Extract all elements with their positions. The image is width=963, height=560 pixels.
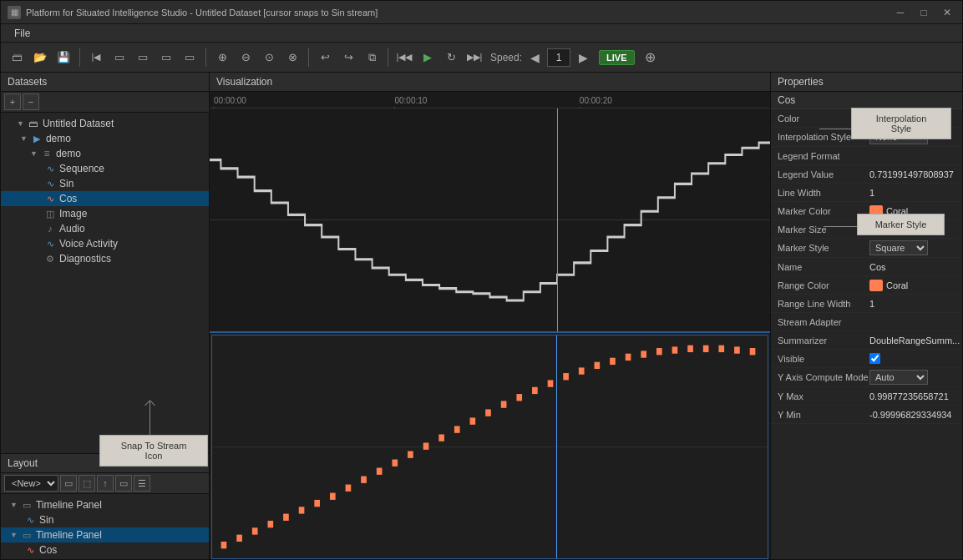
layout-btn-5[interactable]: ☰ [134,475,150,492]
layout-label-tl2: Timeline Panel [36,529,102,541]
tree-item-cos[interactable]: ∿ Cos [1,191,209,206]
close-button[interactable]: ✕ [939,4,955,21]
tb-undo-btn[interactable]: ↩ [314,47,336,68]
prop-name-summarizer: Summarizer [778,335,869,346]
live-button[interactable]: LIVE [599,50,634,65]
prop-name-visible: Visible [778,354,869,364]
tb-save-btn[interactable]: 💾 [53,47,74,68]
layout-label-sin: Sin [39,514,53,526]
snap-to-stream-icon[interactable]: ⊕ [640,47,661,68]
tb-separator-3 [308,48,309,67]
prop-value-y-max: 0.99877235658721 [869,391,955,401]
prop-name-name: Name [778,262,869,272]
tree-item-image[interactable]: ◫ Image [1,206,209,221]
tb-new-btn[interactable]: 🗃 [6,47,28,68]
svg-rect-44 [734,346,740,353]
tb-panel2-btn[interactable]: ▭ [132,47,154,68]
visible-checkbox[interactable] [869,353,880,364]
tb-loop-btn[interactable]: ↻ [440,47,462,68]
expand-arrow-tl1: ▼ [10,501,18,509]
speed-down-btn[interactable]: ◀ [524,47,545,68]
tree-item-untitled[interactable]: ▼ 🗃 Untitled Dataset [1,116,209,131]
timeline-ruler[interactable]: 00:00:00 00:00:10 00:00:20 [210,92,770,108]
tree-label-sequence: Sequence [59,163,104,174]
dataset-remove-btn[interactable]: − [23,93,39,110]
prop-value-y-compute[interactable]: Auto Manual [869,370,955,385]
tree-label-image: Image [59,208,87,219]
cos-chart[interactable]: Cos : 0.731991497808937 [211,335,768,559]
prop-name-y-min: Y Min [778,410,869,420]
tree-item-demo2[interactable]: ▼ ≡ demo [1,146,209,161]
svg-rect-31 [532,387,538,394]
tb-end-btn[interactable]: ▶▶| [464,47,485,68]
tree-item-audio[interactable]: ♪ Audio [1,221,209,236]
y-axis-compute-dropdown[interactable]: Auto Manual [869,370,928,385]
tree-item-demo1[interactable]: ▼ ▶ demo [1,131,209,146]
svg-rect-30 [516,394,522,401]
layout-btn-2[interactable]: ⬚ [79,475,95,492]
menu-file[interactable]: File [8,26,37,41]
layout-btn-4[interactable]: ▭ [115,475,132,492]
layout-btn-3[interactable]: ↑ [97,475,114,492]
dataset-add-btn[interactable]: + [4,93,21,110]
prop-row-range-color: Range Color Coral [771,276,962,295]
maximize-button[interactable]: □ [915,4,932,21]
tree-item-sequence[interactable]: ∿ Sequence [1,161,209,176]
tb-zoom2-btn[interactable]: ⊖ [235,47,256,68]
layout-tree-tl1[interactable]: ▼ ▭ Timeline Panel [1,497,209,512]
layout-toolbar: <New> ▭ ⬚ ↑ ▭ ☰ [1,473,209,494]
svg-rect-26 [454,426,460,432]
tb-first-btn[interactable]: |◀ [85,47,107,68]
tree-label-cos: Cos [59,193,77,204]
prop-value-marker-style[interactable]: Square Circle Triangle None [869,240,955,255]
tree-item-sin[interactable]: ∿ Sin [1,176,209,191]
tree-item-voice[interactable]: ∿ Voice Activity [1,236,209,251]
tb-begin-btn[interactable]: |◀◀ [393,47,415,68]
cursor-line-sin [557,108,558,331]
svg-text:00:00:20: 00:00:20 [580,96,612,105]
layout-select[interactable]: <New> [4,475,58,492]
prop-value-range-color[interactable]: Coral [869,280,955,291]
svg-rect-42 [703,346,709,352]
minimize-button[interactable]: ─ [892,4,909,21]
tb-zoom3-btn[interactable]: ⊙ [258,47,280,68]
tb-separator-4 [388,48,388,67]
tb-zoom4-btn[interactable]: ⊗ [281,47,303,68]
properties-panel: Properties Cos Color Coral Interpolation… [770,73,962,560]
layout-btn-1[interactable]: ▭ [60,475,77,492]
prop-value-y-min: -0.99996829334934 [869,410,955,420]
svg-rect-43 [718,346,724,352]
voice-icon: ∿ [43,239,57,250]
color-swatch-range [869,280,883,291]
layout-tree-sin[interactable]: ∿ Sin [1,512,209,527]
speed-up-btn[interactable]: ▶ [572,47,594,68]
tree-label-demo1: demo [46,133,71,144]
prop-value-visible[interactable] [869,353,955,364]
tb-panel1-btn[interactable]: ▭ [109,47,130,68]
svg-rect-23 [408,452,413,458]
sequence-icon: ∿ [43,164,57,174]
tb-separator-2 [205,48,206,67]
tl2-icon: ▭ [20,530,33,541]
prop-value-range-line-width: 1 [869,299,955,309]
layout-tree-tl2[interactable]: ▼ ▭ Timeline Panel [1,527,209,542]
tree-label-sin: Sin [59,178,73,189]
tree-item-diagnostics[interactable]: ⚙ Diagnostics [1,251,209,266]
speed-input[interactable] [547,48,570,67]
layout-tree-cos[interactable]: ∿ Cos [1,542,209,557]
tb-panel4-btn[interactable]: ▭ [179,47,200,68]
tb-zoom1-btn[interactable]: ⊕ [211,47,233,68]
sin-chart[interactable]: 00:00:16 00:00:17 00:00:18 Sin : -0.6813… [210,108,770,333]
tb-redo-btn[interactable]: ↪ [337,47,359,68]
tb-copy-btn[interactable]: ⧉ [361,47,383,68]
tb-open-btn[interactable]: 📂 [29,47,51,68]
properties-section-title: Cos [771,92,962,109]
marker-style-dropdown[interactable]: Square Circle Triangle None [869,240,928,255]
callout-marker-style-text: Marker Style [875,219,927,230]
left-panel: Datasets + − ▼ 🗃 Untitled Dataset ▼ [1,73,210,560]
tree-label-untitled: Untitled Dataset [43,118,114,129]
tb-panel3-btn[interactable]: ▭ [155,47,177,68]
svg-rect-20 [361,477,367,483]
svg-rect-34 [579,367,585,374]
tb-play-btn[interactable]: ▶ [417,47,438,68]
